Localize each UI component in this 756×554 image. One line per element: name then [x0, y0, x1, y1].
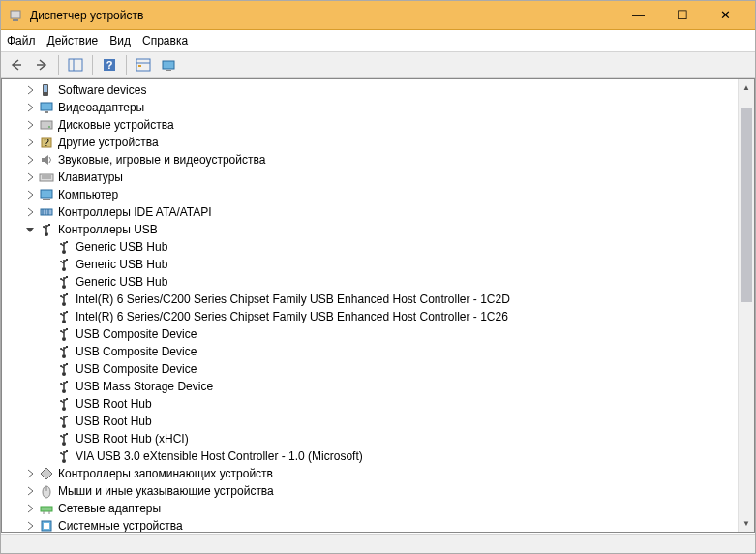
- tree-item[interactable]: Software devices: [2, 81, 738, 99]
- tree-item[interactable]: USB Composite Device: [2, 360, 738, 378]
- tree-item-label: USB Mass Storage Device: [76, 380, 213, 393]
- tree-item[interactable]: ?Другие устройства: [2, 134, 738, 151]
- svg-point-62: [60, 365, 62, 367]
- statusbar: [1, 534, 755, 553]
- keyboard-icon: [39, 169, 54, 185]
- tree-item[interactable]: Компьютер: [2, 186, 738, 203]
- collapse-arrow-icon[interactable]: [23, 223, 37, 236]
- tree-item-label: Контроллеры USB: [58, 223, 158, 236]
- scroll-down-button[interactable]: ▼: [739, 515, 754, 532]
- expand-arrow-icon[interactable]: [23, 502, 37, 515]
- network-icon: [39, 501, 54, 516]
- svg-point-16: [48, 126, 50, 128]
- svg-rect-43: [66, 276, 68, 278]
- expand-arrow-icon[interactable]: [23, 519, 37, 532]
- svg-rect-90: [44, 523, 49, 529]
- expand-arrow-icon[interactable]: [23, 170, 37, 184]
- help-button[interactable]: ?: [98, 54, 121, 76]
- expand-arrow-icon[interactable]: [23, 467, 37, 480]
- close-button[interactable]: ✕: [704, 1, 747, 29]
- svg-point-76: [62, 442, 66, 446]
- tree-item[interactable]: Generic USB Hub: [2, 256, 738, 273]
- tree-item[interactable]: Видеоадаптеры: [2, 99, 738, 116]
- tree-item[interactable]: Generic USB Hub: [2, 238, 738, 256]
- device-tree[interactable]: Software devicesВидеоадаптерыДисковые ус…: [2, 79, 738, 532]
- tree-item[interactable]: Контроллеры IDE ATA/ATAPI: [2, 203, 738, 221]
- usb-icon: [56, 309, 72, 324]
- expand-arrow-icon[interactable]: [23, 83, 37, 97]
- svg-point-46: [60, 295, 62, 297]
- svg-point-50: [60, 313, 62, 315]
- tree-item[interactable]: USB Root Hub (xHCI): [2, 430, 738, 447]
- tree-item[interactable]: Дисковые устройства: [2, 116, 738, 134]
- properties-button[interactable]: [132, 54, 155, 76]
- usb-icon: [56, 431, 72, 446]
- tree-item[interactable]: Intel(R) 6 Series/C200 Series Chipset Fa…: [2, 308, 738, 325]
- svg-rect-71: [66, 398, 68, 400]
- back-button[interactable]: [5, 54, 28, 76]
- tree-item-label: USB Root Hub (xHCI): [76, 432, 189, 446]
- tree-item[interactable]: Intel(R) 6 Series/C200 Series Chipset Fa…: [2, 291, 738, 308]
- expand-arrow-icon[interactable]: [23, 101, 37, 114]
- expand-arrow-icon[interactable]: [23, 188, 37, 201]
- tree-item[interactable]: USB Composite Device: [2, 343, 738, 360]
- vertical-scrollbar[interactable]: ▲ ▼: [738, 79, 754, 532]
- menu-file[interactable]: Файл: [7, 34, 36, 47]
- minimize-button[interactable]: —: [617, 1, 660, 29]
- svg-point-34: [60, 243, 62, 245]
- tree-item[interactable]: USB Composite Device: [2, 325, 738, 343]
- menu-view[interactable]: Вид: [109, 34, 131, 47]
- usb-icon: [56, 292, 72, 307]
- tree-item[interactable]: Системные устройства: [2, 517, 738, 532]
- tree-item-label: Клавиатуры: [58, 170, 123, 184]
- svg-point-60: [62, 372, 66, 376]
- svg-rect-86: [41, 507, 52, 511]
- tree-item-label: Generic USB Hub: [76, 240, 167, 254]
- toolbar-separator: [126, 55, 127, 75]
- menubar: Файл Действие Вид Справка: [1, 30, 755, 51]
- window-title: Диспетчер устройств: [30, 9, 617, 22]
- expand-arrow-icon[interactable]: [23, 484, 37, 498]
- expand-arrow-icon[interactable]: [23, 118, 37, 132]
- usb-icon: [56, 396, 72, 412]
- scan-hardware-button[interactable]: [157, 54, 180, 76]
- svg-text:?: ?: [106, 59, 113, 71]
- expand-arrow-icon[interactable]: [23, 153, 37, 167]
- tree-item[interactable]: USB Root Hub: [2, 413, 738, 430]
- tree-item[interactable]: Контроллеры запоминающих устройств: [2, 465, 738, 482]
- menu-action[interactable]: Действие: [47, 34, 99, 47]
- scroll-up-button[interactable]: ▲: [739, 79, 754, 96]
- svg-point-32: [62, 250, 66, 254]
- svg-point-42: [60, 278, 62, 280]
- svg-rect-55: [66, 328, 68, 330]
- svg-point-40: [62, 285, 66, 289]
- svg-rect-2: [69, 59, 82, 71]
- svg-rect-83: [66, 450, 68, 452]
- expand-arrow-icon[interactable]: [23, 136, 37, 149]
- titlebar: Диспетчер устройств — ☐ ✕: [1, 1, 755, 30]
- tree-item[interactable]: VIA USB 3.0 eXtensible Host Controller -…: [2, 447, 738, 465]
- svg-point-54: [60, 330, 62, 332]
- usb-icon: [56, 274, 72, 290]
- usb-icon: [56, 326, 72, 342]
- menu-help[interactable]: Справка: [142, 34, 188, 47]
- tree-item[interactable]: Контроллеры USB: [2, 221, 738, 238]
- svg-rect-1: [13, 19, 18, 21]
- tree-item-label: USB Root Hub: [76, 397, 152, 411]
- tree-item[interactable]: Сетевые адаптеры: [2, 500, 738, 517]
- tree-item[interactable]: Клавиатуры: [2, 169, 738, 186]
- maximize-button[interactable]: ☐: [660, 1, 704, 29]
- scroll-thumb[interactable]: [741, 108, 752, 302]
- show-hide-tree-button[interactable]: [64, 54, 87, 76]
- svg-point-38: [60, 261, 62, 262]
- svg-rect-67: [66, 381, 68, 383]
- tree-item-label: Мыши и иные указывающие устройства: [58, 484, 274, 498]
- expand-arrow-icon[interactable]: [23, 205, 37, 219]
- forward-button[interactable]: [30, 54, 53, 76]
- tree-item[interactable]: USB Mass Storage Device: [2, 378, 738, 395]
- svg-rect-23: [43, 199, 50, 200]
- tree-item[interactable]: USB Root Hub: [2, 395, 738, 413]
- tree-item[interactable]: Generic USB Hub: [2, 273, 738, 291]
- tree-item[interactable]: Звуковые, игровые и видеоустройства: [2, 151, 738, 169]
- tree-item[interactable]: Мыши и иные указывающие устройства: [2, 482, 738, 500]
